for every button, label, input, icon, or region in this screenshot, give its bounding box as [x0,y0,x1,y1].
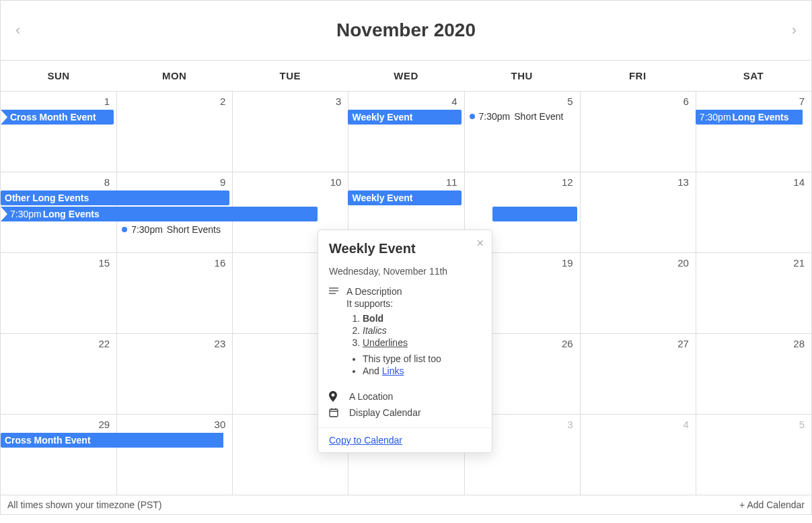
day-number: 3 [567,419,573,430]
day-cell[interactable]: 13 [580,172,696,252]
popover-location-row: A Location [329,388,481,405]
popover-list-item: Underlines [363,337,481,348]
day-number: 4 [451,96,457,107]
day-number: 6 [684,96,689,107]
add-calendar-button[interactable]: + Add Calendar [739,499,805,510]
day-of-week-header: WED [348,61,464,91]
event-bar[interactable]: Weekly Event [348,110,461,125]
event-label: Weekly Event [352,193,412,203]
event-time: 7:30pm [479,111,511,122]
day-number: 12 [562,176,573,188]
day-number: 10 [330,176,342,188]
popover-description: A Description It supports: BoldItalicsUn… [329,286,481,379]
event-label: Long Events [733,112,789,123]
day-of-week-header: THU [464,61,580,91]
day-number: 2 [220,96,225,107]
day-of-week-header: SAT [696,61,811,91]
day-of-week-header: FRI [580,61,696,91]
event-bar-continuation[interactable] [492,207,577,221]
event-label: Long Events [43,209,100,219]
event-bar[interactable]: 7:30pmLong Events [1,207,318,221]
day-number: 28 [793,338,805,349]
day-number: 19 [562,257,573,269]
day-cell[interactable]: 3 [232,91,348,172]
day-cell[interactable]: 21 [696,252,811,333]
day-cell[interactable]: 2 [116,91,232,172]
day-number: 14 [793,176,805,188]
event-label: Short Events [167,224,221,235]
popover-calendar-row: Display Calendar [329,405,481,421]
day-cell[interactable]: 14 [696,172,811,252]
event-label: Weekly Event [352,112,412,123]
day-number: 15 [98,257,110,269]
event-label: Short Event [514,111,563,122]
popover-list-item: Bold [363,313,481,324]
day-cell[interactable]: 30 [116,414,232,495]
day-cell[interactable]: 28 [696,333,811,414]
event-bar[interactable]: Weekly Event [348,190,461,205]
day-of-week-row: SUNMONTUEWEDTHUFRISAT [1,61,811,91]
day-of-week-header: MON [116,61,232,91]
event-bar[interactable]: Cross Month Event [1,433,223,448]
day-cell[interactable]: 15 [1,252,116,333]
event-label: Other Long Events [5,193,89,203]
event-label: Cross Month Event [10,112,96,123]
timezone-label: All times shown your timezone (PST) [7,499,162,510]
popover-list-item: Italics [363,325,481,336]
day-cell[interactable]: 23 [116,333,232,414]
event-bar[interactable]: 7:30pmLong Events [696,110,803,125]
event-time: 7:30pm [131,224,163,235]
day-cell[interactable]: 6 [580,91,696,172]
day-number: 3 [336,96,341,107]
event-dot-icon [122,227,127,232]
day-number: 20 [677,257,689,269]
day-number: 7 [799,96,805,107]
day-number: 1 [104,96,110,107]
day-number: 22 [98,338,110,349]
next-month-button[interactable]: › [789,22,799,39]
event-dot-icon [470,114,475,119]
day-number: 11 [446,176,457,188]
copy-to-calendar-link[interactable]: Copy to Calendar [318,427,492,452]
day-cell[interactable]: 7 [696,91,811,172]
day-cell[interactable]: 16 [116,252,232,333]
event-dot[interactable]: 7:30pm Short Events [122,224,221,235]
prev-month-button[interactable]: ‹ [13,22,23,39]
event-bar[interactable]: Other Long Events [1,190,229,205]
popover-calendar-name: Display Calendar [349,407,421,418]
popover-list-item: This type of list too [363,353,481,364]
day-number: 5 [567,96,573,107]
popover-date: Wednesday, November 11th [329,266,481,277]
event-popover: × Weekly Event Wednesday, November 11th … [318,230,492,453]
day-of-week-header: SUN [1,61,116,91]
event-dot[interactable]: 7:30pm Short Event [470,111,564,122]
calendar-month-view: ‹ November 2020 › SUNMONTUEWEDTHUFRISAT … [0,0,812,515]
day-number: 30 [215,419,226,430]
day-cell[interactable]: 27 [580,333,696,414]
day-cell[interactable]: 4 [580,414,696,495]
day-number: 26 [562,338,573,349]
event-bar[interactable]: Cross Month Event [1,110,114,125]
calendar-icon [329,408,340,417]
description-icon [329,287,340,295]
day-cell[interactable]: 22 [1,333,116,414]
day-cell[interactable]: 5 [464,91,580,172]
day-number: 9 [220,176,225,188]
day-number: 16 [215,257,226,269]
day-cell[interactable]: 20 [580,252,696,333]
day-number: 23 [215,338,226,349]
calendar-title: November 2020 [336,20,476,41]
event-label: Cross Month Event [5,435,91,446]
day-cell[interactable]: 29 [1,414,116,495]
day-cell[interactable]: 1 [1,91,116,172]
event-time: 7:30pm [10,209,42,219]
svg-rect-3 [330,409,338,417]
close-icon[interactable]: × [476,237,484,249]
day-cell[interactable]: 5 [696,414,811,495]
day-cell[interactable]: 4 [348,91,464,172]
popover-link[interactable]: Links [382,365,404,376]
event-time: 7:30pm [700,112,731,123]
calendar-header: ‹ November 2020 › [1,1,811,61]
calendar-week-row: 1234567Cross Month EventWeekly Event7:30… [1,91,811,172]
calendar-footer: All times shown your timezone (PST) + Ad… [1,495,811,514]
